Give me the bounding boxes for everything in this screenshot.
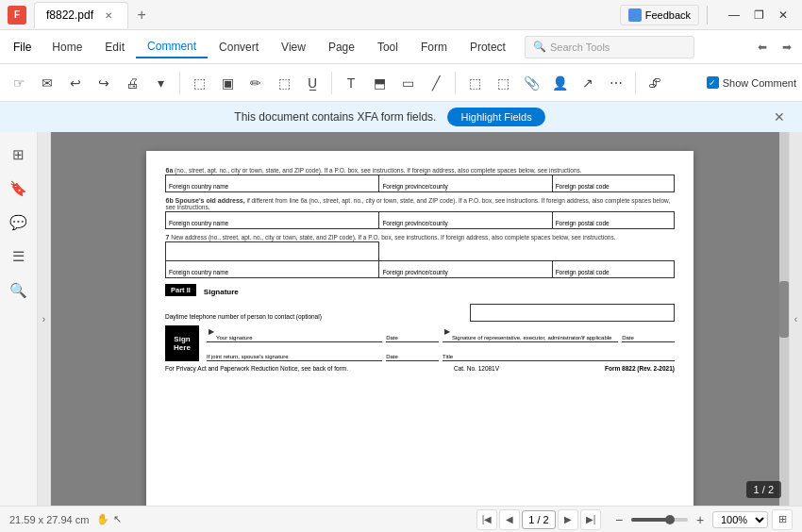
toolbar-user-icon[interactable]: 👤 xyxy=(546,70,573,96)
nav-forward-button[interactable]: ➡ xyxy=(776,36,798,58)
menu-item-convert[interactable]: Convert xyxy=(208,37,270,58)
toolbar-note-icon[interactable]: ✉ xyxy=(34,70,60,96)
title-group: Title xyxy=(443,344,675,361)
pdf-page: 6a (no., street, apt. no., city or town,… xyxy=(146,151,693,506)
sidebar-search-icon[interactable]: 🔍 xyxy=(4,275,34,306)
tab-f8822[interactable]: f8822.pdf ✕ xyxy=(34,2,128,28)
toolbar-attach-icon[interactable]: 📎 xyxy=(518,70,544,96)
toolbar-shape-icon[interactable]: ▭ xyxy=(394,70,421,96)
prev-page-button[interactable]: ◀ xyxy=(499,509,520,530)
toolbar-stamp-icon[interactable]: ⬚ xyxy=(490,70,516,96)
row-6b-field-country: Foreign country name xyxy=(166,212,379,229)
row-7-number: 7 xyxy=(166,234,170,241)
your-sig-field: ▶ Your signature xyxy=(207,325,382,342)
page-input[interactable] xyxy=(522,510,556,529)
toolbar-underline-icon[interactable]: U̲ xyxy=(299,70,326,96)
next-page-button[interactable]: ▶ xyxy=(558,509,578,530)
search-tools-box[interactable]: 🔍 Search Tools xyxy=(525,36,694,58)
toolbar-pen-icon[interactable]: ✏ xyxy=(242,70,269,96)
sidebar-comment-icon[interactable]: 💬 xyxy=(4,208,34,238)
arrow-cursor-icon[interactable]: ↖ xyxy=(113,513,122,525)
menu-item-home[interactable]: Home xyxy=(41,37,93,58)
toolbar-dropdown-icon[interactable]: ▾ xyxy=(147,70,174,96)
row-6a-field-postal: Foreign postal code xyxy=(552,175,674,192)
fit-page-button[interactable]: ⊞ xyxy=(772,509,793,530)
feedback-icon xyxy=(628,8,642,22)
highlight-fields-button[interactable]: Highlight Fields xyxy=(447,108,544,126)
menubar: File Home Edit Comment Convert View Page… xyxy=(0,30,802,64)
zoom-slider-thumb[interactable] xyxy=(665,515,675,524)
new-tab-button[interactable]: + xyxy=(130,4,153,26)
toolbar-more-icon[interactable]: ⋯ xyxy=(603,70,629,96)
menu-item-edit[interactable]: Edit xyxy=(93,37,136,58)
feedback-button[interactable]: Feedback xyxy=(620,5,699,25)
toolbar-line-icon[interactable]: ╱ xyxy=(423,70,449,96)
menu-item-protect[interactable]: Protect xyxy=(459,37,517,58)
rep-sig-line: Signature of representative, executor, a… xyxy=(443,325,618,342)
collapse-right-button[interactable]: ‹ xyxy=(789,132,802,506)
first-page-button[interactable]: |◀ xyxy=(476,509,497,530)
hand-cursor-icon[interactable]: ✋ xyxy=(96,513,109,525)
document-viewer: 6a (no., street, apt. no., city or town,… xyxy=(51,132,789,506)
scrollbar-thumb[interactable] xyxy=(779,281,789,338)
collapse-left-button[interactable]: › xyxy=(38,132,51,506)
toolbar-separator-2 xyxy=(331,72,332,94)
your-sig-date: Date xyxy=(386,325,439,342)
toolbar-separator-4 xyxy=(635,72,636,94)
tab-filename: f8822.pdf xyxy=(46,8,93,22)
menu-item-view[interactable]: View xyxy=(270,37,317,58)
nav-back-button[interactable]: ⬅ xyxy=(751,36,774,58)
menu-item-file[interactable]: File xyxy=(4,37,41,58)
toolbar-share-icon[interactable]: ↗ xyxy=(575,70,601,96)
your-sig-fields: ▶ Your signature Date xyxy=(207,325,439,342)
sidebar-pages-icon[interactable]: ⊞ xyxy=(4,140,34,170)
sidebar-bookmark-icon[interactable]: 🔖 xyxy=(4,174,34,204)
zoom-out-button[interactable]: − xyxy=(610,511,627,528)
toolbar-undo-icon[interactable]: ↩ xyxy=(62,70,89,96)
sidebar-layers-icon[interactable]: ☰ xyxy=(4,241,34,272)
zoom-in-button[interactable]: + xyxy=(692,511,709,528)
menu-item-form[interactable]: Form xyxy=(409,37,459,58)
menu-item-page[interactable]: Page xyxy=(317,37,366,58)
minimize-button[interactable]: — xyxy=(723,4,745,26)
row-7-field-province: Foreign province/county xyxy=(379,261,552,278)
form-row-6a: 6a (no., street, apt. no., city or town,… xyxy=(165,166,675,192)
last-page-button[interactable]: ▶| xyxy=(580,509,601,530)
sign-here-section: Sign Here ▶ Your signature xyxy=(165,325,675,361)
part2-header-row: Part II Signature xyxy=(165,284,675,300)
show-comment-label: Show Comment xyxy=(723,77,796,89)
toolbar-callout-icon[interactable]: ⬒ xyxy=(366,70,393,96)
close-button[interactable]: ✕ xyxy=(772,4,794,26)
toolbar-hand-icon[interactable]: ☞ xyxy=(6,70,32,96)
titlebar: F f8822.pdf ✕ + Feedback — ❐ ✕ xyxy=(0,0,802,30)
pdf-footer: For Privacy Act and Paperwork Reduction … xyxy=(165,365,675,372)
zoom-select[interactable]: 100% 75% 125% 150% xyxy=(712,511,768,528)
toolbar-select-icon[interactable]: ⬚ xyxy=(186,70,212,96)
titlebar-right: Feedback — ❐ ✕ xyxy=(620,4,794,26)
toolbar: ☞ ✉ ↩ ↪ 🖨 ▾ ⬚ ▣ ✏ ⬚ U̲ T ⬒ ▭ ╱ ⬚ ⬚ 📎 👤 ↗… xyxy=(0,64,802,102)
xfa-close-icon[interactable]: ✕ xyxy=(768,108,791,126)
nav-icons: ⬅ ➡ xyxy=(751,36,798,58)
show-comment-checkbox[interactable]: ✓ xyxy=(707,76,719,89)
toolbar-eraser-icon[interactable]: ⬚ xyxy=(271,70,297,96)
toolbar-clip-icon[interactable]: 🖇 xyxy=(642,70,668,96)
joint-sig-fields: If joint return, spouse's signature Date xyxy=(207,344,439,361)
menu-item-tool[interactable]: Tool xyxy=(366,37,409,58)
tab-close-icon[interactable]: ✕ xyxy=(101,8,116,23)
row-6b-field-postal: Foreign postal code xyxy=(552,212,674,229)
toolbar-redo-icon[interactable]: ↪ xyxy=(91,70,117,96)
toolbar-print-icon[interactable]: 🖨 xyxy=(119,70,145,96)
title-field: Title xyxy=(443,344,675,361)
menu-item-comment[interactable]: Comment xyxy=(136,36,208,58)
restore-button[interactable]: ❐ xyxy=(747,4,770,26)
toolbar-text-icon[interactable]: T xyxy=(338,70,364,96)
joint-sig-line: If joint return, spouse's signature xyxy=(207,344,382,361)
toolbar-measure-icon[interactable]: ⬚ xyxy=(461,70,488,96)
statusbar-nav: |◀ ◀ ▶ ▶| − + 100% 75% 125% 150% ⊞ xyxy=(476,509,793,530)
toolbar-highlight-icon[interactable]: ▣ xyxy=(214,70,241,96)
your-sig-group: ▶ Your signature Date xyxy=(207,325,439,342)
scrollbar-vertical[interactable] xyxy=(779,132,789,506)
toolbar-separator-3 xyxy=(455,72,456,94)
zoom-slider[interactable] xyxy=(631,518,688,522)
page-badge: 1 / 2 xyxy=(746,481,781,498)
